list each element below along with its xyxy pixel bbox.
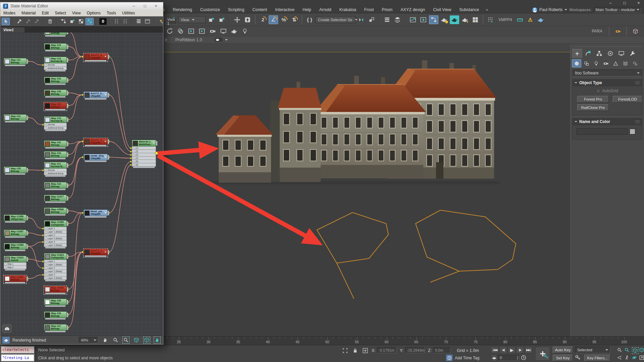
node-slot[interactable]: (4) [132, 157, 156, 160]
slate-menu-modes[interactable]: Modes [0, 11, 18, 15]
key-selection-dropdown[interactable]: Selected [575, 347, 610, 353]
slate-menu-options[interactable]: Options [84, 11, 104, 15]
teapot-outline-icon[interactable] [229, 27, 239, 36]
slate-view-selector[interactable]: View 1 [165, 18, 177, 24]
node-slot[interactable]: Layer 3 [44, 240, 67, 244]
node-l6[interactable]: Map #1958Bitmap [4, 243, 26, 251]
pan-hand-icon[interactable] [101, 337, 109, 344]
scene-explorer-icon[interactable] [393, 15, 402, 24]
show-grid-icon[interactable] [77, 18, 85, 25]
node-slot[interactable]: Normal [44, 63, 67, 67]
node-m8[interactable]: Map #33Bitmap [44, 151, 67, 160]
slate-menu-utilities[interactable]: Utilities [119, 11, 138, 15]
node-l2[interactable]: Map #31Bitmap [4, 114, 26, 123]
menu-overflow-icon[interactable]: » [483, 7, 491, 12]
node-m15[interactable]: Map #1954Bitmap [44, 286, 67, 294]
layer-manager-icon[interactable] [382, 15, 392, 24]
geometry-button[interactable] [572, 59, 581, 67]
systems-button[interactable] [630, 59, 640, 67]
node-slot[interactable]: Layer 1 (Mask) [44, 263, 67, 266]
zoom-icon[interactable] [111, 337, 119, 344]
node-m3[interactable]: Map #30Bitmap [44, 77, 67, 85]
slate-titlebar[interactable]: 3 Slate Material Editor – □ × [0, 2, 163, 10]
slate-menu-view[interactable]: View [69, 11, 84, 15]
warning-icon[interactable]: ⚠ [526, 15, 535, 24]
walk-icon[interactable] [623, 354, 630, 361]
menu-substance[interactable]: Substance [455, 7, 483, 12]
node-slot[interactable]: Layer 2 [44, 234, 67, 237]
render-setup-icon[interactable] [439, 15, 449, 24]
node-m11[interactable]: Map #1977Bitmap [44, 195, 67, 203]
play-window-icon[interactable] [186, 27, 196, 36]
node-l8[interactable]: Map #1952Bitmap [4, 275, 26, 284]
lightbulb-icon[interactable] [240, 27, 250, 36]
node-slot[interactable]: Layer 1 (Mask) [44, 230, 67, 234]
slate-maximize-button[interactable]: □ [141, 4, 149, 8]
fov-icon[interactable] [616, 354, 623, 361]
node-m0[interactable]: Map #26Bitmap [44, 33, 67, 37]
node-m16[interactable]: Map #36Bitmap [44, 299, 67, 307]
node-b2[interactable]: Am172_0...VRayMtl+ [84, 92, 108, 100]
railclone-pro-button[interactable]: RailClone Pro [577, 104, 609, 111]
menu-interactive[interactable]: Interactive [271, 7, 299, 12]
maximize-button[interactable]: □ [621, 0, 628, 6]
node-m2[interactable]: Map #19Normal B...NormalAdditional Bump [44, 57, 67, 72]
key-step-icon[interactable]: ◀▶ [491, 355, 497, 361]
menu-content[interactable]: Content [249, 7, 271, 12]
vray-cube-icon[interactable] [631, 27, 639, 35]
transform-gizmo-icon[interactable] [243, 15, 252, 24]
orbit-reset-icon[interactable] [165, 27, 174, 36]
maxscript-line-2[interactable]: "Creating La [1, 354, 34, 361]
node-m9[interactable]: Map #21Normal B...NormalAdditional Bump [44, 162, 67, 177]
isolate-selection-icon[interactable] [342, 348, 349, 354]
move-children-icon[interactable] [59, 18, 67, 25]
next-frame-button[interactable]: |▶ [516, 347, 524, 353]
plugin-category-dropdown[interactable]: Itoo Software [573, 69, 642, 76]
node-slot[interactable]: Map 2 [4, 266, 26, 269]
maxscript-line-1[interactable]: clearSelecti [1, 346, 34, 353]
slate-close-button[interactable]: × [152, 4, 160, 8]
go-to-end-button[interactable]: ▶▶| [525, 347, 532, 353]
select-by-material-icon[interactable] [157, 18, 165, 25]
node-expand-icon[interactable]: + [153, 141, 155, 145]
menu-frost[interactable]: Frost [360, 7, 378, 12]
node-l3[interactable]: Map #35Bitmap [4, 167, 26, 175]
forest-lod-button[interactable]: ForestLOD [613, 96, 642, 103]
node-expand-icon[interactable]: + [105, 156, 107, 159]
select-and-place-icon[interactable] [207, 15, 216, 24]
node-slot[interactable]: (2) [132, 150, 156, 153]
node-m13[interactable]: Map #1955CompositeLayer 1Layer 1 (Mask)L… [44, 220, 67, 249]
node-expand-icon[interactable]: + [105, 55, 107, 58]
display-tab[interactable] [616, 49, 627, 58]
angle-snap-icon[interactable]: ∠ [269, 15, 278, 24]
node-expand-icon[interactable]: + [105, 211, 107, 215]
pick-scene-icon[interactable] [33, 18, 41, 25]
panel-grip[interactable] [573, 44, 642, 47]
user-name[interactable]: Paul Roberts [539, 7, 562, 12]
menu-krakatoa[interactable]: Krakatoa [335, 7, 360, 12]
default-in-out-tangent-icon[interactable] [575, 355, 582, 361]
selection-set-dropdown[interactable]: Create Selection Se [315, 16, 356, 23]
node-m18[interactable]: Map #37Bitmap [44, 324, 67, 333]
node-m12[interactable]: Map #4506Bitmap [44, 207, 67, 216]
node-slot[interactable]: Map 1 [4, 262, 26, 266]
x-coordinate-field[interactable]: -0.1791m [377, 347, 396, 353]
view-dropdown[interactable]: View [178, 16, 206, 23]
menu-prism[interactable]: Prism [378, 7, 396, 12]
node-slot[interactable]: Layer 2 [44, 266, 67, 270]
zero-icon[interactable]: 0 [99, 18, 107, 25]
node-m5[interactable]: Map #19Bitmap [44, 102, 67, 111]
slate-menu-edit[interactable]: Edit [39, 11, 52, 15]
ribbon-caret-icon[interactable] [225, 39, 228, 42]
object-color-swatch[interactable] [630, 129, 635, 134]
spline-shapes[interactable] [317, 210, 516, 299]
pan-to-selected-icon[interactable] [153, 337, 161, 344]
frame-spinner[interactable]: ▲▼ [517, 356, 519, 360]
node-slot[interactable]: Layer 3 [44, 273, 67, 277]
curve-editor-icon[interactable] [408, 15, 418, 24]
zoom-extents-icon[interactable] [631, 346, 640, 355]
object-type-header[interactable]: Object Type [573, 79, 642, 86]
play-button[interactable]: ▶ [508, 347, 516, 353]
workspace-dropdown[interactable]: Main Toolbar - modular [594, 7, 641, 13]
node-slot[interactable]: Layer 3 (Mask) [44, 277, 67, 280]
